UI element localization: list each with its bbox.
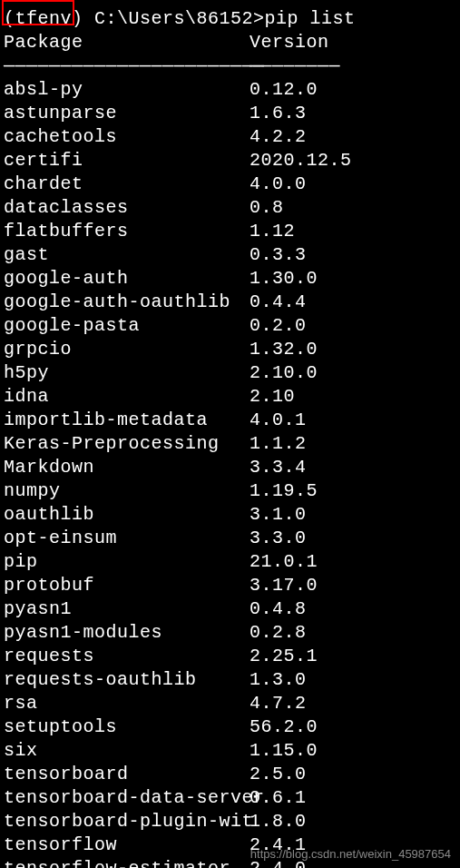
table-row: astunparse1.6.3 [4,102,456,125]
terminal-prompt-line: (tfenv) C:\Users\86152>pip list [4,7,456,31]
package-version: 1.8.0 [250,810,307,833]
package-name: numpy [4,479,250,503]
package-name: rsa [4,692,250,715]
watermark-text: https://blog.csdn.net/weixin_45987654 [250,847,451,861]
package-version: 3.3.4 [250,456,307,479]
prompt-path: C:\Users\86152> [83,8,265,29]
package-version: 4.7.2 [250,692,307,715]
package-version: 2.10 [250,385,295,409]
table-row: absl-py0.12.0 [4,78,456,102]
package-list: absl-py0.12.0astunparse1.6.3cachetools4.… [4,78,456,868]
table-row: dataclasses0.8 [4,196,456,220]
table-row: tensorboard2.5.0 [4,763,456,786]
package-version: 4.0.0 [250,173,307,196]
package-name: tensorboard [4,763,250,786]
package-name: oauthlib [4,503,250,527]
package-name: grpcio [4,338,250,361]
separator-package: ——————————————————————— [4,54,250,78]
package-name: h5py [4,361,250,385]
conda-env-name: (tfenv) [4,8,83,29]
package-version: 4.2.2 [250,125,307,149]
package-name: gast [4,243,250,267]
table-row: oauthlib3.1.0 [4,503,456,527]
table-row: tensorboard-data-server0.6.1 [4,786,456,810]
package-version: 4.0.1 [250,409,307,432]
package-version: 1.30.0 [250,267,318,291]
table-row: cachetools4.2.2 [4,125,456,149]
package-name: cachetools [4,125,250,149]
package-version: 0.2.0 [250,314,307,338]
package-name: requests-oauthlib [4,668,250,692]
package-name: flatbuffers [4,220,250,243]
package-version: 0.4.8 [250,597,307,621]
table-row: tensorboard-plugin-wit1.8.0 [4,810,456,833]
package-name: pyasn1 [4,597,250,621]
package-version: 2.5.0 [250,763,307,786]
package-version: 3.1.0 [250,503,307,527]
table-row: pip21.0.1 [4,550,456,574]
package-version: 0.2.8 [250,621,307,645]
table-header: Package Version [4,31,456,54]
package-name: opt-einsum [4,527,250,550]
package-version: 3.17.0 [250,574,318,597]
package-name: pyasn1-modules [4,621,250,645]
header-package: Package [4,31,250,54]
package-name: chardet [4,173,250,196]
package-name: Keras-Preprocessing [4,432,250,456]
table-row: protobuf3.17.0 [4,574,456,597]
package-name: google-auth-oauthlib [4,291,250,314]
package-name: astunparse [4,102,250,125]
table-row: numpy1.19.5 [4,479,456,503]
package-version: 1.6.3 [250,102,307,125]
table-row: google-auth1.30.0 [4,267,456,291]
table-row: chardet4.0.0 [4,173,456,196]
package-name: idna [4,385,250,409]
package-name: google-pasta [4,314,250,338]
table-row: grpcio1.32.0 [4,338,456,361]
package-name: Markdown [4,456,250,479]
package-version: 3.3.0 [250,527,307,550]
table-row: opt-einsum3.3.0 [4,527,456,550]
table-row: Keras-Preprocessing1.1.2 [4,432,456,456]
package-name: tensorboard-data-server [4,786,250,810]
package-version: 1.12 [250,220,295,243]
table-row: six1.15.0 [4,739,456,763]
package-name: absl-py [4,78,250,102]
package-version: 0.4.4 [250,291,307,314]
separator-version: ———————— [250,54,340,78]
package-name: dataclasses [4,196,250,220]
table-row: google-pasta0.2.0 [4,314,456,338]
header-version: Version [250,31,329,54]
table-row: gast0.3.3 [4,243,456,267]
package-name: tensorflow-estimator [4,857,250,868]
table-row: rsa4.7.2 [4,692,456,715]
package-version: 2020.12.5 [250,149,352,173]
table-row: idna2.10 [4,385,456,409]
package-version: 56.2.0 [250,715,318,739]
package-version: 2.25.1 [250,645,318,668]
package-version: 1.32.0 [250,338,318,361]
package-name: tensorflow [4,833,250,857]
table-row: pyasn1-modules0.2.8 [4,621,456,645]
table-row: importlib-metadata4.0.1 [4,409,456,432]
table-separator: ——————————————————————— ———————— [4,54,456,78]
table-row: google-auth-oauthlib0.4.4 [4,291,456,314]
package-name: requests [4,645,250,668]
prompt-command: pip list [265,8,356,29]
package-name: tensorboard-plugin-wit [4,810,250,833]
table-row: requests-oauthlib1.3.0 [4,668,456,692]
package-name: setuptools [4,715,250,739]
package-version: 1.15.0 [250,739,318,763]
package-version: 21.0.1 [250,550,318,574]
table-row: setuptools56.2.0 [4,715,456,739]
package-version: 1.3.0 [250,668,307,692]
table-row: requests2.25.1 [4,645,456,668]
package-name: pip [4,550,250,574]
table-row: Markdown3.3.4 [4,456,456,479]
package-version: 1.1.2 [250,432,307,456]
package-version: 0.12.0 [250,78,318,102]
package-version: 2.10.0 [250,361,318,385]
package-name: six [4,739,250,763]
table-row: h5py2.10.0 [4,361,456,385]
package-name: protobuf [4,574,250,597]
